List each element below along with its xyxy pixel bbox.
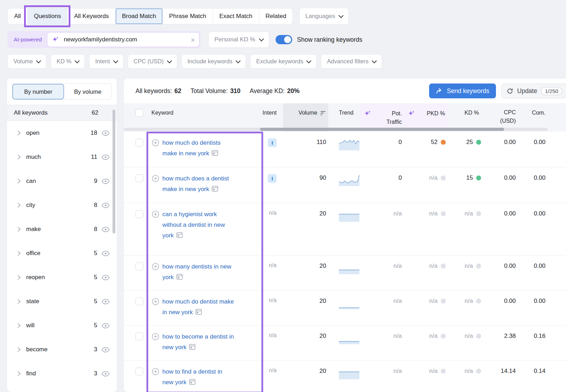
filter-intent[interactable]: Intent [89, 54, 123, 69]
sidebar-group-city[interactable]: city8 [7, 193, 117, 217]
sidebar-group-make[interactable]: make8 [7, 217, 117, 241]
horizontal-scrollbar-thumb[interactable] [260, 128, 504, 131]
header-intent[interactable]: Intent [260, 103, 283, 132]
tab-exact-match[interactable]: Exact Match [213, 8, 259, 24]
keyword-link[interactable]: how many dentists in new york [162, 261, 235, 283]
show-ranking-toggle[interactable] [276, 35, 292, 44]
header-keyword[interactable]: Keyword [146, 103, 260, 132]
chevron-right-icon[interactable] [16, 251, 21, 256]
sidebar-group-find[interactable]: find3 [7, 362, 117, 386]
add-keyword-icon[interactable] [151, 139, 160, 147]
personal-kd-dropdown[interactable]: Personal KD % [208, 31, 269, 48]
add-keyword-icon[interactable] [151, 298, 160, 306]
add-keyword-icon[interactable] [151, 174, 160, 183]
chevron-right-icon[interactable] [16, 179, 21, 184]
eye-icon[interactable] [102, 249, 110, 258]
serp-icon[interactable] [176, 274, 183, 280]
serp-icon[interactable] [212, 186, 218, 192]
eye-icon[interactable] [102, 322, 110, 330]
sidebar-group-reopen[interactable]: reopen5 [7, 265, 117, 289]
row-checkbox[interactable] [135, 210, 143, 218]
serp-icon[interactable] [195, 309, 202, 315]
tab-questions[interactable]: Questions [27, 8, 68, 24]
eye-icon[interactable] [102, 346, 110, 354]
keyword-link[interactable]: how to find a dentist in new york [162, 367, 235, 388]
add-keyword-icon[interactable] [151, 263, 160, 271]
keyword-link[interactable]: how much do dentist make in new york [162, 296, 235, 318]
header-cpc[interactable]: CPC (USD) [483, 103, 518, 132]
add-keyword-icon[interactable] [151, 368, 160, 376]
filter-volume[interactable]: Volume [7, 54, 46, 69]
sidebar-group-will[interactable]: will5 [7, 313, 117, 338]
header-volume[interactable]: Volume [283, 103, 328, 132]
serp-icon[interactable] [189, 379, 196, 385]
chevron-right-icon[interactable] [16, 227, 21, 232]
tab-phrase-match[interactable]: Phrase Match [162, 8, 213, 24]
sidebar-group-open[interactable]: open18 [7, 121, 117, 145]
add-keyword-icon[interactable] [151, 210, 160, 218]
header-kd[interactable]: KD % [447, 103, 483, 132]
eye-icon[interactable] [102, 201, 110, 209]
chevron-right-icon[interactable] [16, 323, 21, 328]
intent-badge-informational[interactable]: I [268, 174, 277, 183]
sidebar-group-much[interactable]: much11 [7, 145, 117, 169]
header-pot-traffic[interactable]: Pot.Traffic [360, 103, 404, 132]
serp-icon[interactable] [189, 344, 196, 350]
tab-all[interactable]: All [8, 8, 27, 24]
search-box[interactable]: × [47, 32, 200, 47]
clear-search-icon[interactable]: × [191, 36, 195, 44]
sidebar-group-become[interactable]: become3 [7, 338, 117, 362]
eye-icon[interactable] [102, 370, 110, 378]
sidebar-group-office[interactable]: office5 [7, 241, 117, 265]
search-input[interactable] [63, 36, 187, 44]
add-keyword-icon[interactable] [151, 333, 160, 341]
chevron-right-icon[interactable] [16, 299, 21, 304]
eye-icon[interactable] [102, 273, 110, 282]
eye-icon[interactable] [102, 153, 110, 161]
filter-exclude-keywords[interactable]: Exclude keywords [250, 54, 317, 69]
tab-broad-match[interactable]: Broad Match [115, 8, 162, 24]
eye-icon[interactable] [102, 298, 110, 306]
chevron-right-icon[interactable] [16, 275, 21, 280]
keyword-link[interactable]: can a hygienist work without a dentist i… [162, 209, 235, 241]
keyword-link[interactable]: how to become a dentist in new york [162, 332, 235, 353]
row-checkbox[interactable] [135, 368, 143, 375]
sidebar-group-state[interactable]: state5 [7, 289, 117, 313]
filter-advanced-filters[interactable]: Advanced filters [321, 54, 382, 69]
keyword-link[interactable]: how much does a dentist make in new york [162, 173, 235, 195]
eye-icon[interactable] [102, 129, 110, 137]
chevron-right-icon[interactable] [16, 203, 21, 208]
tab-related[interactable]: Related [259, 8, 293, 24]
chevron-right-icon[interactable] [16, 371, 21, 376]
sidebar-group-can[interactable]: can9 [7, 169, 117, 193]
eye-icon[interactable] [102, 177, 110, 185]
languages-dropdown[interactable]: Languages [299, 8, 349, 25]
sort-by-number-tab[interactable]: By number [12, 84, 64, 99]
filter-cpc-usd-[interactable]: CPC (USD) [128, 54, 177, 69]
keyword-link[interactable]: how much do dentists make in new york [162, 138, 235, 159]
send-keywords-button[interactable]: Send keywords [429, 83, 496, 98]
row-checkbox[interactable] [135, 263, 143, 270]
sidebar-scrollbar[interactable] [112, 110, 115, 234]
filter-kd-[interactable]: KD % [51, 54, 85, 69]
header-com[interactable]: Com. [518, 103, 548, 132]
eye-icon[interactable] [102, 225, 110, 234]
header-trend[interactable]: Trend [328, 103, 360, 132]
serp-icon[interactable] [176, 232, 183, 238]
row-checkbox[interactable] [135, 139, 143, 146]
intent-badge-informational[interactable]: I [268, 138, 277, 147]
chevron-right-icon[interactable] [16, 131, 21, 136]
chevron-right-icon[interactable] [16, 155, 21, 160]
select-all-checkbox[interactable] [135, 109, 143, 117]
sort-by-volume-tab[interactable]: By volume [64, 84, 111, 99]
row-checkbox[interactable] [135, 333, 143, 340]
horizontal-scrollbar[interactable] [124, 128, 548, 131]
all-keywords-group[interactable]: All keywords 62 [7, 105, 117, 121]
serp-icon[interactable] [212, 150, 218, 156]
filter-include-keywords[interactable]: Include keywords [181, 54, 246, 69]
row-checkbox[interactable] [135, 174, 143, 182]
row-checkbox[interactable] [135, 298, 143, 305]
header-pkd[interactable]: PKD % [404, 103, 447, 132]
tab-all-keywords[interactable]: All Keywords [67, 8, 115, 24]
update-button[interactable]: Update 1/250 [501, 83, 566, 98]
